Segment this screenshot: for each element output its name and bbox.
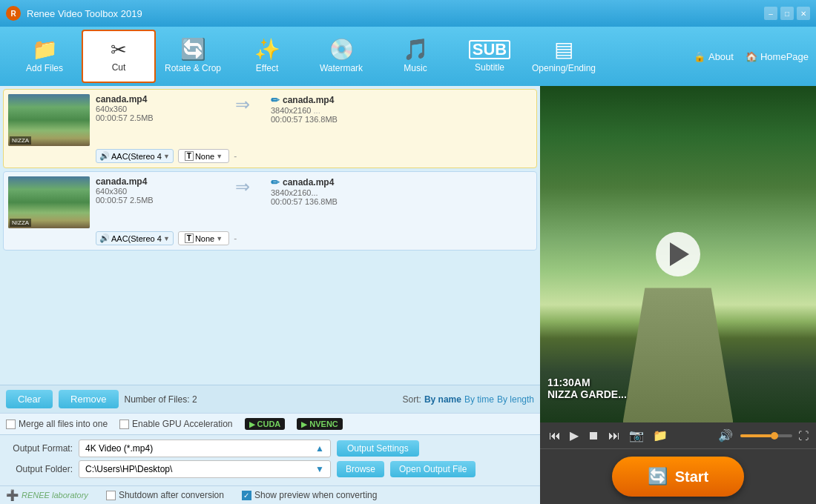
gpu-label: Enable GPU Acceleration xyxy=(132,419,232,429)
output-dims: 3840x2160... xyxy=(271,188,532,197)
toolbar-item-add-files[interactable]: 📁 Add Files xyxy=(7,30,82,83)
skip-forward-button[interactable]: ⏭ xyxy=(607,428,622,444)
output-format-row: Output Format: 4K Video (*.mp4) ▲ Output… xyxy=(6,440,534,457)
cut-icon: ✂ xyxy=(111,40,127,59)
merge-checkbox-label[interactable]: Merge all files into one xyxy=(6,419,108,429)
camera-button[interactable]: 📷 xyxy=(628,427,645,444)
maximize-button[interactable]: □ xyxy=(780,7,794,20)
window-controls: – □ ✕ xyxy=(764,7,810,20)
preview-checkbox[interactable]: ✓ xyxy=(242,491,251,500)
file-duration-size: 00:00:57 2.5MB xyxy=(96,113,214,122)
output-folder-select[interactable]: C:\Users\HP\Desktop\ ▼ xyxy=(79,460,331,478)
sort-area: Sort: By name By time By length xyxy=(403,394,534,405)
video-controls-bar: ⏮ ▶ ⏹ ⏭ 📷 📁 🔊 ⛶ xyxy=(540,422,816,448)
output-format-select[interactable]: 4K Video (*.mp4) ▲ xyxy=(79,440,331,457)
folder-button[interactable]: 📁 xyxy=(651,427,669,444)
output-format-section: Output Format: 4K Video (*.mp4) ▲ Output… xyxy=(0,434,540,485)
toolbar-item-rotate-crop[interactable]: 🔄 Rotate & Crop xyxy=(156,30,230,83)
music-icon: 🎵 xyxy=(403,39,429,60)
subtitle-select[interactable]: T None ▼ xyxy=(178,149,229,163)
bottom-controls-bar: Clear Remove Number of Files: 2 Sort: By… xyxy=(0,385,540,413)
audio-select[interactable]: 🔊 AAC(Stereo 4 ▼ xyxy=(96,231,174,245)
video-preview-area: 11:30AM NIZZA GARDE... xyxy=(540,86,816,422)
file-count-label: Number of Files: 2 xyxy=(125,394,197,405)
close-button[interactable]: ✕ xyxy=(797,7,810,20)
subtitle-icon: SUB xyxy=(469,40,510,59)
file-dims: 640x360 xyxy=(96,105,214,113)
browse-button[interactable]: Browse xyxy=(337,461,384,477)
dash-separator: - xyxy=(234,233,237,244)
subtitle-select[interactable]: T None ▼ xyxy=(178,231,229,245)
file-thumbnail: NIZZA xyxy=(8,94,90,146)
about-link[interactable]: 🔒 About xyxy=(694,51,734,62)
file-row-controls: 🔊 AAC(Stereo 4 ▼ T None ▼ - xyxy=(8,149,532,163)
folder-value: C:\Users\HP\Desktop\ xyxy=(85,464,172,474)
toolbar-item-opening-ending[interactable]: ▤ Opening/Ending xyxy=(527,30,601,83)
sort-by-name[interactable]: By name xyxy=(424,394,461,405)
open-output-button[interactable]: Open Output File xyxy=(390,461,476,477)
shutdown-checkbox-label[interactable]: Shutdown after conversion xyxy=(106,490,224,500)
stop-button[interactable]: ⏹ xyxy=(586,428,601,444)
shutdown-checkbox[interactable] xyxy=(106,491,116,500)
start-button[interactable]: 🔄 Start xyxy=(612,457,745,497)
audio-dropdown-arrow: ▼ xyxy=(163,153,170,160)
subtitle-value: None xyxy=(195,234,214,243)
cuda-badge: ▶ CUDA xyxy=(245,418,286,430)
lock-icon: 🔒 xyxy=(694,51,705,62)
sort-by-length[interactable]: By length xyxy=(497,394,534,405)
nvenc-badge: ▶ NVENC xyxy=(297,418,343,430)
convert-arrow: ⇒ xyxy=(220,94,265,115)
right-panel: 11:30AM NIZZA GARDE... ⏮ ▶ ⏹ ⏭ 📷 📁 🔊 ⛶ 🔄 xyxy=(540,86,816,504)
fullscreen-button[interactable]: ⛶ xyxy=(798,430,809,442)
left-panel: NIZZA canada.mp4 640x360 00:00:57 2.5MB … xyxy=(0,86,540,504)
merge-checkbox[interactable] xyxy=(6,420,16,429)
home-icon: 🏠 xyxy=(746,51,757,62)
remove-button[interactable]: Remove xyxy=(59,390,118,408)
subtitle-value: None xyxy=(195,152,214,161)
add-icon[interactable]: ➕ xyxy=(6,489,19,501)
output-settings-button[interactable]: Output Settings xyxy=(337,440,419,457)
gpu-checkbox-label[interactable]: Enable GPU Acceleration xyxy=(119,419,232,429)
sort-label: Sort: xyxy=(403,394,421,405)
toolbar-item-music[interactable]: 🎵 Music xyxy=(378,30,453,83)
play-pause-button[interactable]: ▶ xyxy=(568,427,580,444)
title-bar-left: R Renee Video Toolbox 2019 xyxy=(6,6,142,21)
minimize-button[interactable]: – xyxy=(764,7,777,20)
format-label: Output Format: xyxy=(6,443,73,454)
file-output: ✏ canada.mp4 3840x2160... 00:00:57 136.8… xyxy=(271,176,532,206)
sort-by-time[interactable]: By time xyxy=(464,394,494,405)
preview-checkbox-label[interactable]: ✓ Show preview when converting xyxy=(242,490,377,500)
toolbar-item-effect[interactable]: ✨ Effect xyxy=(230,30,304,83)
clear-button[interactable]: Clear xyxy=(6,390,53,408)
app-title: Renee Video Toolbox 2019 xyxy=(27,8,142,19)
toolbar-label-watermark: Watermark xyxy=(320,63,363,73)
play-triangle-icon xyxy=(670,242,689,266)
output-duration-size: 00:00:57 136.8MB xyxy=(271,115,532,124)
toolbar-item-cut[interactable]: ✂ Cut xyxy=(82,30,156,83)
folder-dropdown-arrow: ▼ xyxy=(315,464,324,474)
video-timestamp-overlay: 11:30AM NIZZA GARDE... xyxy=(547,377,627,400)
volume-fill xyxy=(740,434,771,437)
play-button-overlay[interactable] xyxy=(656,232,700,276)
format-dropdown-arrow: ▲ xyxy=(315,443,324,454)
toolbar-item-subtitle[interactable]: SUB Subtitle xyxy=(453,30,527,83)
folder-label: Output Folder: xyxy=(6,464,73,474)
toolbar-right: 🔒 About 🏠 HomePage xyxy=(694,51,809,62)
volume-icon[interactable]: 🔊 xyxy=(717,427,734,444)
toolbar-label-music: Music xyxy=(404,63,427,73)
toolbar-item-watermark[interactable]: 💿 Watermark xyxy=(304,30,378,83)
file-row-inner: NIZZA canada.mp4 640x360 00:00:57 2.5MB … xyxy=(8,176,532,228)
start-icon: 🔄 xyxy=(648,467,668,486)
audio-select[interactable]: 🔊 AAC(Stereo 4 ▼ xyxy=(96,149,174,163)
skip-back-button[interactable]: ⏮ xyxy=(547,428,562,444)
file-info: canada.mp4 640x360 00:00:57 2.5MB xyxy=(96,176,214,205)
homepage-link[interactable]: 🏠 HomePage xyxy=(746,51,809,62)
volume-track[interactable] xyxy=(740,434,792,437)
shutdown-label: Shutdown after conversion xyxy=(119,490,224,500)
output-dims: 3840x2160 ... xyxy=(271,106,532,115)
gpu-checkbox[interactable] xyxy=(119,420,129,429)
volume-thumb[interactable] xyxy=(771,432,778,440)
app-logo: R xyxy=(6,6,21,21)
rotate-crop-icon: 🔄 xyxy=(180,39,206,60)
toolbar: 📁 Add Files ✂ Cut 🔄 Rotate & Crop ✨ Effe… xyxy=(0,27,816,86)
